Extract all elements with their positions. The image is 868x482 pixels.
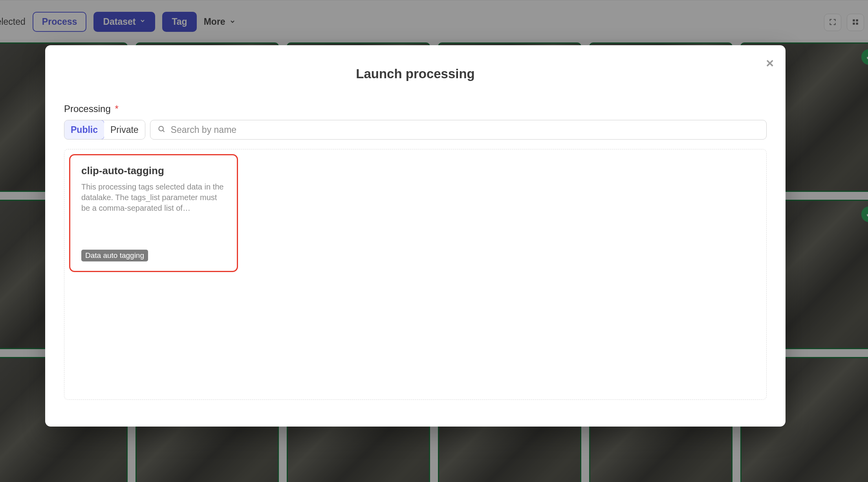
svg-line-5 xyxy=(163,130,164,132)
processing-card-tag: Data auto tagging xyxy=(81,250,148,261)
processing-card-title: clip-auto-tagging xyxy=(81,165,226,177)
processing-field-label: Processing * xyxy=(64,103,767,114)
svg-point-4 xyxy=(159,126,163,131)
close-button[interactable]: × xyxy=(766,56,774,70)
field-label-text: Processing xyxy=(64,103,111,114)
filter-row: Public Private xyxy=(64,120,767,140)
processing-card-clip-auto-tagging[interactable]: clip-auto-tagging This processing tags s… xyxy=(69,154,238,272)
toggle-public-button[interactable]: Public xyxy=(64,120,104,140)
search-input[interactable] xyxy=(171,120,759,139)
processing-options-area: clip-auto-tagging This processing tags s… xyxy=(64,149,767,400)
search-icon xyxy=(157,125,165,135)
required-asterisk: * xyxy=(115,103,118,114)
toggle-private-button[interactable]: Private xyxy=(104,120,145,139)
modal-title: Launch processing xyxy=(64,66,767,81)
processing-card-description: This processing tags selected data in th… xyxy=(81,182,226,213)
close-icon: × xyxy=(766,55,774,70)
visibility-toggle: Public Private xyxy=(64,120,145,140)
launch-processing-modal: × Launch processing Processing * Public … xyxy=(45,45,786,427)
search-container xyxy=(150,120,767,140)
